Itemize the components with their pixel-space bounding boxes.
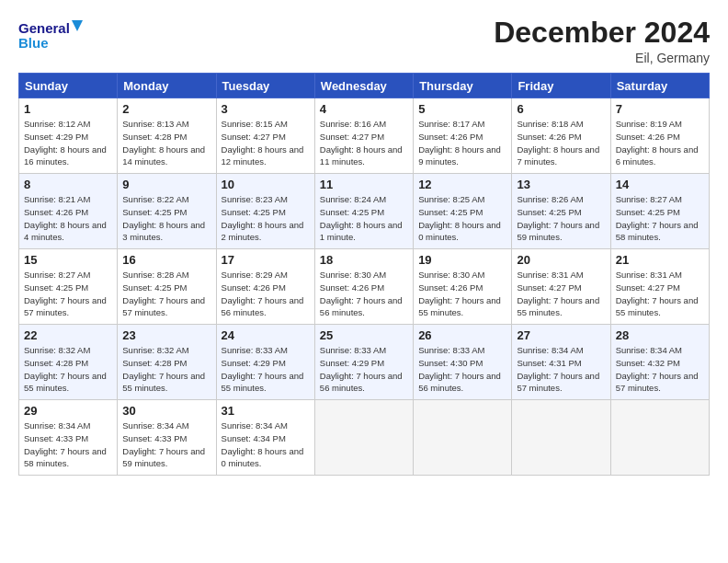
- calendar-cell: 2 Sunrise: 8:13 AMSunset: 4:28 PMDayligh…: [118, 98, 216, 174]
- day-number: 4: [320, 102, 408, 116]
- svg-marker-2: [72, 20, 83, 31]
- day-number: 31: [222, 404, 310, 418]
- day-info: Sunrise: 8:34 AMSunset: 4:33 PMDaylight:…: [122, 420, 205, 468]
- day-number: 17: [222, 253, 310, 267]
- day-info: Sunrise: 8:22 AMSunset: 4:25 PMDaylight:…: [122, 194, 205, 242]
- calendar-cell: 29 Sunrise: 8:34 AMSunset: 4:33 PMDaylig…: [19, 400, 118, 476]
- day-number: 6: [517, 102, 605, 116]
- day-info: Sunrise: 8:23 AMSunset: 4:25 PMDaylight:…: [222, 194, 304, 242]
- day-info: Sunrise: 8:24 AMSunset: 4:25 PMDaylight:…: [320, 194, 403, 242]
- calendar-cell: 18 Sunrise: 8:30 AMSunset: 4:26 PMDaylig…: [314, 249, 413, 325]
- weekday-header-monday: Monday: [118, 74, 216, 98]
- day-info: Sunrise: 8:34 AMSunset: 4:33 PMDaylight:…: [24, 420, 107, 468]
- day-number: 7: [616, 102, 704, 116]
- day-info: Sunrise: 8:30 AMSunset: 4:26 PMDaylight:…: [320, 270, 403, 317]
- day-info: Sunrise: 8:34 AMSunset: 4:34 PMDaylight:…: [222, 420, 304, 468]
- day-number: 16: [122, 253, 210, 267]
- day-number: 5: [418, 102, 506, 116]
- calendar-cell: 3 Sunrise: 8:15 AMSunset: 4:27 PMDayligh…: [216, 98, 314, 174]
- day-number: 26: [418, 328, 506, 342]
- calendar-cell: 11 Sunrise: 8:24 AMSunset: 4:25 PMDaylig…: [314, 174, 413, 249]
- calendar-cell: 20 Sunrise: 8:31 AMSunset: 4:27 PMDaylig…: [512, 249, 610, 325]
- day-number: 28: [616, 328, 704, 342]
- calendar-cell: 10 Sunrise: 8:23 AMSunset: 4:25 PMDaylig…: [216, 174, 314, 249]
- day-info: Sunrise: 8:16 AMSunset: 4:27 PMDaylight:…: [320, 119, 403, 167]
- weekday-header-thursday: Thursday: [414, 74, 512, 98]
- calendar-week-row: 1 Sunrise: 8:12 AMSunset: 4:29 PMDayligh…: [19, 98, 710, 174]
- calendar-week-row: 15 Sunrise: 8:27 AMSunset: 4:25 PMDaylig…: [19, 249, 710, 325]
- day-number: 20: [517, 253, 605, 267]
- day-info: Sunrise: 8:33 AMSunset: 4:29 PMDaylight:…: [222, 345, 304, 393]
- weekday-header-row: SundayMondayTuesdayWednesdayThursdayFrid…: [19, 74, 710, 98]
- weekday-header-tuesday: Tuesday: [216, 74, 314, 98]
- day-info: Sunrise: 8:21 AMSunset: 4:26 PMDaylight:…: [24, 194, 107, 242]
- svg-text:Blue: Blue: [18, 35, 49, 51]
- calendar-cell: 13 Sunrise: 8:26 AMSunset: 4:25 PMDaylig…: [512, 174, 610, 249]
- day-info: Sunrise: 8:18 AMSunset: 4:26 PMDaylight:…: [517, 119, 599, 167]
- calendar-week-row: 8 Sunrise: 8:21 AMSunset: 4:26 PMDayligh…: [19, 174, 710, 249]
- calendar-cell: [414, 400, 512, 476]
- day-info: Sunrise: 8:32 AMSunset: 4:28 PMDaylight:…: [24, 345, 107, 393]
- day-info: Sunrise: 8:31 AMSunset: 4:27 PMDaylight:…: [616, 270, 699, 317]
- day-info: Sunrise: 8:12 AMSunset: 4:29 PMDaylight:…: [24, 119, 107, 167]
- logo: General Blue: [18, 17, 83, 55]
- day-number: 3: [222, 102, 310, 116]
- day-number: 24: [222, 328, 310, 342]
- day-info: Sunrise: 8:34 AMSunset: 4:31 PMDaylight:…: [517, 345, 599, 393]
- calendar-cell: 7 Sunrise: 8:19 AMSunset: 4:26 PMDayligh…: [610, 98, 709, 174]
- calendar-cell: [314, 400, 413, 476]
- day-info: Sunrise: 8:34 AMSunset: 4:32 PMDaylight:…: [616, 345, 699, 393]
- calendar-cell: 31 Sunrise: 8:34 AMSunset: 4:34 PMDaylig…: [216, 400, 314, 476]
- calendar-week-row: 22 Sunrise: 8:32 AMSunset: 4:28 PMDaylig…: [19, 325, 710, 400]
- day-number: 14: [616, 178, 704, 191]
- weekday-header-saturday: Saturday: [610, 74, 709, 98]
- day-number: 2: [122, 102, 210, 116]
- day-number: 29: [24, 404, 112, 418]
- day-number: 27: [517, 328, 605, 342]
- weekday-header-friday: Friday: [512, 74, 610, 98]
- calendar-cell: 28 Sunrise: 8:34 AMSunset: 4:32 PMDaylig…: [610, 325, 709, 400]
- calendar-title: December 2024: [494, 17, 710, 49]
- day-number: 18: [320, 253, 408, 267]
- day-info: Sunrise: 8:29 AMSunset: 4:26 PMDaylight:…: [222, 270, 304, 317]
- calendar-cell: 12 Sunrise: 8:25 AMSunset: 4:25 PMDaylig…: [414, 174, 512, 249]
- day-info: Sunrise: 8:27 AMSunset: 4:25 PMDaylight:…: [24, 270, 107, 317]
- calendar-cell: 30 Sunrise: 8:34 AMSunset: 4:33 PMDaylig…: [118, 400, 216, 476]
- day-info: Sunrise: 8:26 AMSunset: 4:25 PMDaylight:…: [517, 194, 599, 242]
- calendar-subtitle: Eil, Germany: [494, 51, 710, 65]
- day-number: 21: [616, 253, 704, 267]
- day-number: 10: [222, 178, 310, 191]
- calendar-cell: 26 Sunrise: 8:33 AMSunset: 4:30 PMDaylig…: [414, 325, 512, 400]
- weekday-header-sunday: Sunday: [19, 74, 118, 98]
- logo-svg: General Blue: [18, 17, 83, 55]
- title-block: December 2024 Eil, Germany: [494, 17, 710, 65]
- day-number: 25: [320, 328, 408, 342]
- day-number: 23: [122, 328, 210, 342]
- day-number: 8: [24, 178, 112, 191]
- calendar-cell: [512, 400, 610, 476]
- calendar-cell: 17 Sunrise: 8:29 AMSunset: 4:26 PMDaylig…: [216, 249, 314, 325]
- calendar-cell: 22 Sunrise: 8:32 AMSunset: 4:28 PMDaylig…: [19, 325, 118, 400]
- day-info: Sunrise: 8:28 AMSunset: 4:25 PMDaylight:…: [122, 270, 205, 317]
- day-info: Sunrise: 8:32 AMSunset: 4:28 PMDaylight:…: [122, 345, 205, 393]
- calendar-cell: [610, 400, 709, 476]
- day-info: Sunrise: 8:25 AMSunset: 4:25 PMDaylight:…: [418, 194, 501, 242]
- calendar-cell: 8 Sunrise: 8:21 AMSunset: 4:26 PMDayligh…: [19, 174, 118, 249]
- day-number: 15: [24, 253, 112, 267]
- calendar-cell: 9 Sunrise: 8:22 AMSunset: 4:25 PMDayligh…: [118, 174, 216, 249]
- day-info: Sunrise: 8:19 AMSunset: 4:26 PMDaylight:…: [616, 119, 699, 167]
- calendar-cell: 23 Sunrise: 8:32 AMSunset: 4:28 PMDaylig…: [118, 325, 216, 400]
- day-info: Sunrise: 8:33 AMSunset: 4:29 PMDaylight:…: [320, 345, 403, 393]
- day-info: Sunrise: 8:30 AMSunset: 4:26 PMDaylight:…: [418, 270, 501, 317]
- day-info: Sunrise: 8:27 AMSunset: 4:25 PMDaylight:…: [616, 194, 699, 242]
- calendar-cell: 24 Sunrise: 8:33 AMSunset: 4:29 PMDaylig…: [216, 325, 314, 400]
- day-number: 19: [418, 253, 506, 267]
- day-number: 1: [24, 102, 112, 116]
- weekday-header-wednesday: Wednesday: [314, 74, 413, 98]
- calendar-week-row: 29 Sunrise: 8:34 AMSunset: 4:33 PMDaylig…: [19, 400, 710, 476]
- day-info: Sunrise: 8:31 AMSunset: 4:27 PMDaylight:…: [517, 270, 599, 317]
- calendar-cell: 25 Sunrise: 8:33 AMSunset: 4:29 PMDaylig…: [314, 325, 413, 400]
- header: General Blue December 2024 Eil, Germany: [18, 17, 710, 65]
- day-number: 22: [24, 328, 112, 342]
- calendar-cell: 16 Sunrise: 8:28 AMSunset: 4:25 PMDaylig…: [118, 249, 216, 325]
